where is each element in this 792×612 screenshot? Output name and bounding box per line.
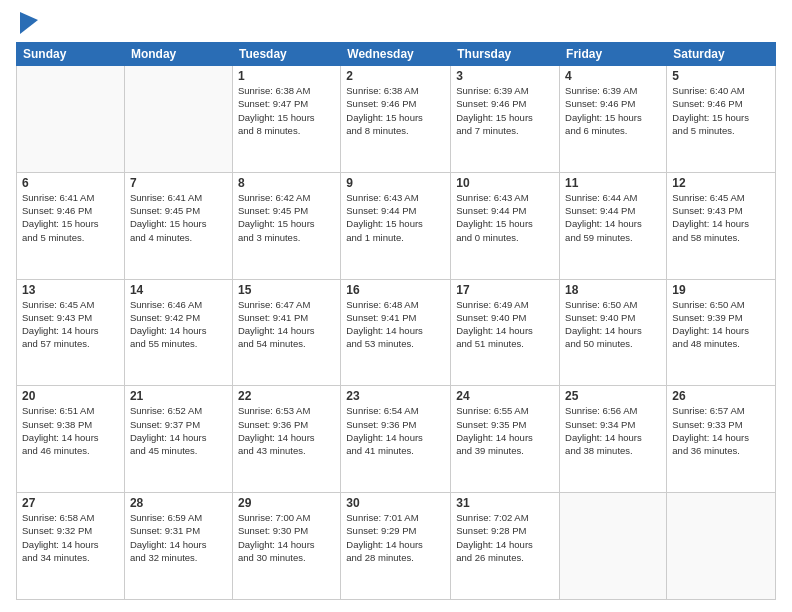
- calendar-cell: 22Sunrise: 6:53 AM Sunset: 9:36 PM Dayli…: [232, 386, 340, 493]
- day-number: 28: [130, 496, 227, 510]
- calendar-cell: 2Sunrise: 6:38 AM Sunset: 9:46 PM Daylig…: [341, 66, 451, 173]
- calendar-cell: 24Sunrise: 6:55 AM Sunset: 9:35 PM Dayli…: [451, 386, 560, 493]
- day-info: Sunrise: 6:49 AM Sunset: 9:40 PM Dayligh…: [456, 298, 554, 351]
- day-info: Sunrise: 6:45 AM Sunset: 9:43 PM Dayligh…: [672, 191, 770, 244]
- day-info: Sunrise: 7:01 AM Sunset: 9:29 PM Dayligh…: [346, 511, 445, 564]
- weekday-header: Monday: [124, 43, 232, 66]
- day-number: 2: [346, 69, 445, 83]
- logo-icon: [20, 12, 38, 34]
- calendar-cell: 5Sunrise: 6:40 AM Sunset: 9:46 PM Daylig…: [667, 66, 776, 173]
- day-number: 8: [238, 176, 335, 190]
- calendar-cell: 17Sunrise: 6:49 AM Sunset: 9:40 PM Dayli…: [451, 279, 560, 386]
- day-info: Sunrise: 6:52 AM Sunset: 9:37 PM Dayligh…: [130, 404, 227, 457]
- calendar-cell: 25Sunrise: 6:56 AM Sunset: 9:34 PM Dayli…: [560, 386, 667, 493]
- day-number: 26: [672, 389, 770, 403]
- day-number: 11: [565, 176, 661, 190]
- day-info: Sunrise: 6:44 AM Sunset: 9:44 PM Dayligh…: [565, 191, 661, 244]
- header: [16, 12, 776, 34]
- calendar-cell: 11Sunrise: 6:44 AM Sunset: 9:44 PM Dayli…: [560, 172, 667, 279]
- calendar-cell: 10Sunrise: 6:43 AM Sunset: 9:44 PM Dayli…: [451, 172, 560, 279]
- svg-marker-0: [20, 12, 38, 34]
- day-number: 10: [456, 176, 554, 190]
- calendar-cell: 4Sunrise: 6:39 AM Sunset: 9:46 PM Daylig…: [560, 66, 667, 173]
- calendar-cell: 19Sunrise: 6:50 AM Sunset: 9:39 PM Dayli…: [667, 279, 776, 386]
- calendar-header-row: SundayMondayTuesdayWednesdayThursdayFrid…: [17, 43, 776, 66]
- weekday-header: Thursday: [451, 43, 560, 66]
- day-number: 9: [346, 176, 445, 190]
- weekday-header: Friday: [560, 43, 667, 66]
- calendar-cell: 15Sunrise: 6:47 AM Sunset: 9:41 PM Dayli…: [232, 279, 340, 386]
- calendar-week-row: 20Sunrise: 6:51 AM Sunset: 9:38 PM Dayli…: [17, 386, 776, 493]
- calendar-week-row: 27Sunrise: 6:58 AM Sunset: 9:32 PM Dayli…: [17, 493, 776, 600]
- calendar-cell: 23Sunrise: 6:54 AM Sunset: 9:36 PM Dayli…: [341, 386, 451, 493]
- day-info: Sunrise: 6:41 AM Sunset: 9:46 PM Dayligh…: [22, 191, 119, 244]
- day-info: Sunrise: 6:48 AM Sunset: 9:41 PM Dayligh…: [346, 298, 445, 351]
- day-number: 1: [238, 69, 335, 83]
- calendar-cell: 3Sunrise: 6:39 AM Sunset: 9:46 PM Daylig…: [451, 66, 560, 173]
- calendar-week-row: 13Sunrise: 6:45 AM Sunset: 9:43 PM Dayli…: [17, 279, 776, 386]
- day-number: 5: [672, 69, 770, 83]
- calendar-cell: 13Sunrise: 6:45 AM Sunset: 9:43 PM Dayli…: [17, 279, 125, 386]
- weekday-header: Saturday: [667, 43, 776, 66]
- day-number: 17: [456, 283, 554, 297]
- day-info: Sunrise: 6:55 AM Sunset: 9:35 PM Dayligh…: [456, 404, 554, 457]
- day-number: 25: [565, 389, 661, 403]
- calendar-cell: 16Sunrise: 6:48 AM Sunset: 9:41 PM Dayli…: [341, 279, 451, 386]
- day-number: 18: [565, 283, 661, 297]
- day-info: Sunrise: 7:00 AM Sunset: 9:30 PM Dayligh…: [238, 511, 335, 564]
- calendar-week-row: 1Sunrise: 6:38 AM Sunset: 9:47 PM Daylig…: [17, 66, 776, 173]
- day-info: Sunrise: 6:42 AM Sunset: 9:45 PM Dayligh…: [238, 191, 335, 244]
- day-info: Sunrise: 6:56 AM Sunset: 9:34 PM Dayligh…: [565, 404, 661, 457]
- day-info: Sunrise: 6:46 AM Sunset: 9:42 PM Dayligh…: [130, 298, 227, 351]
- day-info: Sunrise: 6:39 AM Sunset: 9:46 PM Dayligh…: [456, 84, 554, 137]
- day-info: Sunrise: 7:02 AM Sunset: 9:28 PM Dayligh…: [456, 511, 554, 564]
- calendar-cell: 1Sunrise: 6:38 AM Sunset: 9:47 PM Daylig…: [232, 66, 340, 173]
- calendar-cell: 29Sunrise: 7:00 AM Sunset: 9:30 PM Dayli…: [232, 493, 340, 600]
- calendar-cell: [124, 66, 232, 173]
- calendar-cell: 31Sunrise: 7:02 AM Sunset: 9:28 PM Dayli…: [451, 493, 560, 600]
- calendar-cell: 14Sunrise: 6:46 AM Sunset: 9:42 PM Dayli…: [124, 279, 232, 386]
- calendar-cell: 30Sunrise: 7:01 AM Sunset: 9:29 PM Dayli…: [341, 493, 451, 600]
- day-info: Sunrise: 6:50 AM Sunset: 9:40 PM Dayligh…: [565, 298, 661, 351]
- day-number: 14: [130, 283, 227, 297]
- calendar-cell: 12Sunrise: 6:45 AM Sunset: 9:43 PM Dayli…: [667, 172, 776, 279]
- day-number: 7: [130, 176, 227, 190]
- day-number: 29: [238, 496, 335, 510]
- day-number: 20: [22, 389, 119, 403]
- day-number: 22: [238, 389, 335, 403]
- day-info: Sunrise: 6:45 AM Sunset: 9:43 PM Dayligh…: [22, 298, 119, 351]
- day-info: Sunrise: 6:39 AM Sunset: 9:46 PM Dayligh…: [565, 84, 661, 137]
- day-info: Sunrise: 6:59 AM Sunset: 9:31 PM Dayligh…: [130, 511, 227, 564]
- day-number: 3: [456, 69, 554, 83]
- day-number: 27: [22, 496, 119, 510]
- calendar-cell: 7Sunrise: 6:41 AM Sunset: 9:45 PM Daylig…: [124, 172, 232, 279]
- day-number: 31: [456, 496, 554, 510]
- day-number: 6: [22, 176, 119, 190]
- day-info: Sunrise: 6:58 AM Sunset: 9:32 PM Dayligh…: [22, 511, 119, 564]
- calendar-cell: 6Sunrise: 6:41 AM Sunset: 9:46 PM Daylig…: [17, 172, 125, 279]
- calendar-week-row: 6Sunrise: 6:41 AM Sunset: 9:46 PM Daylig…: [17, 172, 776, 279]
- day-info: Sunrise: 6:40 AM Sunset: 9:46 PM Dayligh…: [672, 84, 770, 137]
- calendar-cell: 20Sunrise: 6:51 AM Sunset: 9:38 PM Dayli…: [17, 386, 125, 493]
- weekday-header: Sunday: [17, 43, 125, 66]
- calendar-cell: 26Sunrise: 6:57 AM Sunset: 9:33 PM Dayli…: [667, 386, 776, 493]
- day-info: Sunrise: 6:43 AM Sunset: 9:44 PM Dayligh…: [456, 191, 554, 244]
- day-number: 4: [565, 69, 661, 83]
- day-info: Sunrise: 6:43 AM Sunset: 9:44 PM Dayligh…: [346, 191, 445, 244]
- calendar-cell: [560, 493, 667, 600]
- logo: [16, 12, 38, 34]
- day-info: Sunrise: 6:38 AM Sunset: 9:46 PM Dayligh…: [346, 84, 445, 137]
- calendar-table: SundayMondayTuesdayWednesdayThursdayFrid…: [16, 42, 776, 600]
- calendar-cell: 8Sunrise: 6:42 AM Sunset: 9:45 PM Daylig…: [232, 172, 340, 279]
- day-number: 12: [672, 176, 770, 190]
- day-info: Sunrise: 6:41 AM Sunset: 9:45 PM Dayligh…: [130, 191, 227, 244]
- day-info: Sunrise: 6:51 AM Sunset: 9:38 PM Dayligh…: [22, 404, 119, 457]
- day-number: 13: [22, 283, 119, 297]
- day-info: Sunrise: 6:57 AM Sunset: 9:33 PM Dayligh…: [672, 404, 770, 457]
- day-info: Sunrise: 6:53 AM Sunset: 9:36 PM Dayligh…: [238, 404, 335, 457]
- day-number: 30: [346, 496, 445, 510]
- calendar-cell: 21Sunrise: 6:52 AM Sunset: 9:37 PM Dayli…: [124, 386, 232, 493]
- day-number: 24: [456, 389, 554, 403]
- page-container: SundayMondayTuesdayWednesdayThursdayFrid…: [0, 0, 792, 612]
- day-number: 15: [238, 283, 335, 297]
